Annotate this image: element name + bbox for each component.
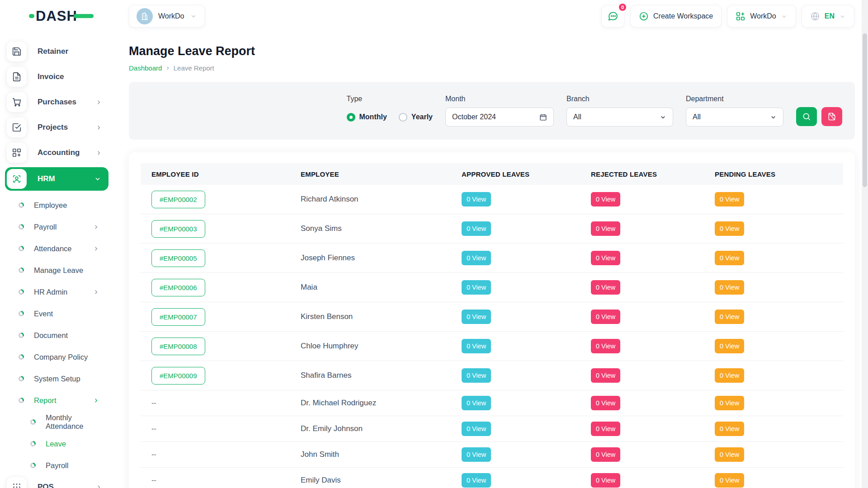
language-selector[interactable]: EN — [802, 5, 854, 28]
table-row: #EMP00002Richard Atkinson0 View0 View0 V… — [141, 185, 843, 214]
rejected-leaves-view-badge[interactable]: 0 View — [591, 280, 620, 295]
bullet-icon — [19, 398, 24, 403]
employee-id-button[interactable]: #EMP00006 — [151, 279, 205, 296]
sidebar-subitem-hr-admin[interactable]: HR Admin — [7, 281, 108, 303]
sidebar-item-hrm[interactable]: HRM — [5, 167, 108, 191]
pending-leaves-view-badge[interactable]: 0 View — [715, 447, 744, 462]
sidebar-subitem-document[interactable]: Document — [7, 324, 108, 346]
cart-icon — [7, 92, 27, 112]
radio-monthly-dot — [347, 113, 355, 122]
workspace-selector[interactable]: WorkDo — [129, 5, 205, 28]
sidebar-subitem-leave[interactable]: Leave — [7, 433, 108, 455]
rejected-leaves-view-badge[interactable]: 0 View — [591, 422, 620, 436]
rejected-leaves-view-badge[interactable]: 0 View — [591, 473, 620, 488]
search-button[interactable] — [796, 107, 817, 126]
approved-leaves-view-badge[interactable]: 0 View — [462, 221, 491, 236]
approved-leaves-view-badge[interactable]: 0 View — [462, 251, 491, 265]
plus-circle-icon — [639, 11, 649, 21]
employee-id-empty: -- — [151, 425, 156, 432]
rejected-leaves-view-badge[interactable]: 0 View — [591, 192, 620, 206]
approved-leaves-view-badge[interactable]: 0 View — [462, 310, 491, 324]
breadcrumb-dashboard-link[interactable]: Dashboard — [129, 64, 162, 72]
calendar-icon — [539, 113, 547, 121]
employee-id-button[interactable]: #EMP00007 — [151, 308, 205, 326]
sidebar-item-label: Purchases — [38, 98, 76, 107]
sidebar-item-purchases[interactable]: Purchases — [7, 91, 108, 113]
employee-id-button[interactable]: #EMP00002 — [151, 191, 205, 208]
approved-leaves-view-badge[interactable]: 0 View — [462, 422, 491, 436]
column-header-employee-id: EMPLOYEE ID — [141, 170, 290, 178]
employee-id-button[interactable]: #EMP00005 — [151, 249, 205, 267]
sidebar-item-invoice[interactable]: Invoice — [7, 66, 108, 88]
sidebar-subitem-report[interactable]: Report — [7, 389, 108, 411]
filter-type-group: Type Monthly Yearly — [347, 95, 433, 127]
employee-id-button[interactable]: #EMP00009 — [151, 367, 205, 385]
language-label: EN — [825, 12, 835, 20]
approved-leaves-view-badge[interactable]: 0 View — [462, 192, 491, 206]
sidebar-subitem-label: Attendance — [34, 244, 71, 253]
pending-leaves-view-badge[interactable]: 0 View — [715, 368, 744, 383]
reset-filter-button[interactable] — [821, 107, 842, 126]
scrollbar-thumb[interactable] — [863, 33, 867, 187]
chevron-down-icon — [660, 114, 666, 121]
pending-leaves-view-badge[interactable]: 0 View — [715, 396, 744, 410]
sidebar-subitem-employee[interactable]: Employee — [7, 194, 108, 216]
sidebar-item-pos[interactable]: POS — [7, 476, 108, 488]
sidebar-subitem-attendance[interactable]: Attendance — [7, 238, 108, 259]
employee-id-button[interactable]: #EMP00008 — [151, 338, 205, 355]
pending-leaves-view-badge[interactable]: 0 View — [715, 473, 744, 488]
pending-leaves-view-badge[interactable]: 0 View — [715, 251, 744, 265]
create-workspace-button[interactable]: Create Workspace — [630, 5, 722, 28]
radio-yearly[interactable]: Yearly — [399, 113, 433, 122]
rejected-leaves-view-badge[interactable]: 0 View — [591, 310, 620, 324]
filter-department-group: Department All — [686, 95, 783, 127]
approved-leaves-view-badge[interactable]: 0 View — [462, 473, 491, 488]
rejected-leaves-view-badge[interactable]: 0 View — [591, 396, 620, 410]
sidebar-subitem-payroll[interactable]: Payroll — [7, 216, 108, 238]
sidebar-item-projects[interactable]: Projects — [7, 117, 108, 138]
pending-leaves-view-badge[interactable]: 0 View — [715, 422, 744, 436]
column-header-employee: EMPLOYEE — [290, 170, 451, 178]
rejected-leaves-view-badge[interactable]: 0 View — [591, 339, 620, 353]
rejected-leaves-view-badge[interactable]: 0 View — [591, 251, 620, 265]
approved-leaves-view-badge[interactable]: 0 View — [462, 368, 491, 383]
employee-id-empty: -- — [151, 476, 156, 484]
pending-leaves-view-badge[interactable]: 0 View — [715, 310, 744, 324]
sidebar-subitem-event[interactable]: Event — [7, 303, 108, 324]
rejected-leaves-view-badge[interactable]: 0 View — [591, 221, 620, 236]
sidebar-subitem-manage-leave[interactable]: Manage Leave — [7, 259, 108, 281]
approved-leaves-view-badge[interactable]: 0 View — [462, 339, 491, 353]
pending-leaves-view-badge[interactable]: 0 View — [715, 280, 744, 295]
pending-leaves-view-badge[interactable]: 0 View — [715, 339, 744, 353]
sidebar-subitem-monthly-attendance[interactable]: Monthly Attendance — [7, 411, 108, 433]
employee-name: Dr. Michael Rodriguez — [301, 399, 376, 407]
employee-name: Sonya Sims — [301, 224, 342, 233]
messages-button[interactable]: 0 — [601, 5, 625, 28]
radio-monthly[interactable]: Monthly — [347, 113, 387, 122]
brand-logo[interactable]: DASH — [29, 9, 94, 23]
approved-leaves-view-badge[interactable]: 0 View — [462, 280, 491, 295]
sidebar-subitem-system-setup[interactable]: System Setup — [7, 368, 108, 389]
sidebar-subitem-label: HR Admin — [34, 288, 67, 296]
approved-leaves-view-badge[interactable]: 0 View — [462, 396, 491, 410]
month-picker-input[interactable]: October 2024 — [445, 108, 554, 127]
apps-menu-button[interactable]: WorkDo — [727, 5, 796, 28]
employee-id-button[interactable]: #EMP00003 — [151, 220, 205, 238]
pending-leaves-view-badge[interactable]: 0 View — [715, 192, 744, 206]
sidebar-item-label: POS — [38, 483, 54, 488]
filter-type-label: Type — [347, 95, 433, 103]
rejected-leaves-view-badge[interactable]: 0 View — [591, 368, 620, 383]
create-workspace-label: Create Workspace — [653, 12, 713, 20]
chevron-down-icon — [770, 114, 777, 121]
approved-leaves-view-badge[interactable]: 0 View — [462, 447, 491, 462]
rejected-leaves-view-badge[interactable]: 0 View — [591, 447, 620, 462]
pending-leaves-view-badge[interactable]: 0 View — [715, 221, 744, 236]
sidebar-subitem-company-policy[interactable]: Company Policy — [7, 346, 108, 368]
branch-select[interactable]: All — [566, 108, 673, 127]
sidebar-item-retainer[interactable]: Retainer — [7, 41, 108, 62]
page-scrollbar[interactable] — [862, 0, 868, 488]
sidebar-subitem-payroll[interactable]: Payroll — [7, 455, 108, 476]
brand-name: DASH — [36, 9, 77, 23]
department-select[interactable]: All — [686, 108, 783, 127]
sidebar-item-accounting[interactable]: Accounting — [7, 142, 108, 164]
